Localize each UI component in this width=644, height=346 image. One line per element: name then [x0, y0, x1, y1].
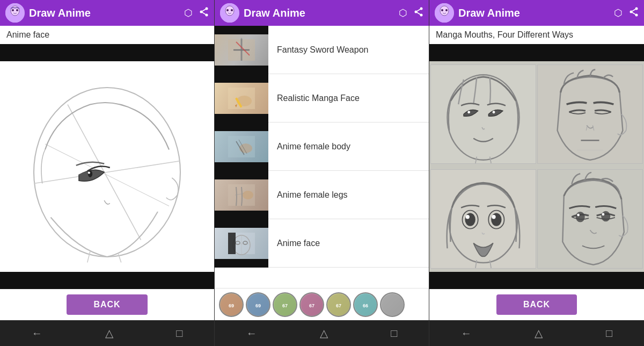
avatar-3 [435, 3, 454, 23]
avatar-1 [5, 3, 25, 23]
list-thumb-3 [215, 122, 268, 171]
circle-item-1[interactable]: 69 [219, 292, 244, 317]
list-item-label-2: Realistic Manga Face [268, 93, 368, 103]
nav-back-1[interactable]: ← [32, 327, 42, 340]
circle-item-4[interactable]: 67 [299, 292, 324, 317]
list-content-2: Fantasy Sword Weapon Realist [215, 26, 429, 288]
nav-recents-2[interactable]: □ [391, 327, 397, 340]
svg-point-86 [491, 213, 502, 226]
panel-2: Draw Anime ⬡ [215, 0, 429, 346]
panel-3: Draw Anime ⬡ Manga Mouths, Four Differen… [429, 0, 644, 346]
top-bar-2: Draw Anime ⬡ [215, 0, 429, 26]
avatar-img-2 [220, 3, 239, 23]
bottom-nav-2: ← △ □ [215, 320, 429, 346]
avatar-img-1 [5, 3, 25, 23]
panel1-main: Anime face [0, 26, 214, 320]
bottom-nav-1: ← △ □ [0, 320, 214, 346]
nav-home-2[interactable]: △ [320, 327, 328, 340]
svg-point-41 [243, 191, 253, 199]
svg-point-65 [441, 9, 443, 11]
svg-line-8 [201, 9, 207, 12]
back-button-3[interactable]: BACK [496, 294, 577, 315]
svg-rect-48 [228, 233, 236, 254]
svg-line-75 [475, 157, 477, 163]
svg-line-76 [490, 157, 491, 163]
panel-1: Draw Anime ⬡ Anime face [0, 0, 215, 346]
list-item-5[interactable]: Anime face [215, 219, 429, 268]
back-btn-container-3: BACK [429, 289, 644, 320]
bottom-nav-3: ← △ □ [429, 320, 644, 346]
svg-text:67: 67 [309, 303, 314, 308]
top-bar-title-1: Draw Anime [29, 7, 184, 19]
top-bar-3: Draw Anime ⬡ [429, 0, 644, 26]
share-icon-2[interactable] [414, 7, 423, 19]
list-item-3[interactable]: Anime female body [215, 122, 429, 171]
nav-home-1[interactable]: △ [105, 327, 113, 340]
svg-line-9 [201, 12, 207, 15]
nav-home-3[interactable]: △ [535, 327, 543, 340]
svg-point-93 [602, 213, 604, 216]
share-icon-3[interactable] [629, 7, 639, 19]
nav-back-3[interactable]: ← [461, 327, 472, 340]
circle-item-6[interactable]: 66 [353, 292, 378, 317]
top-bar-icons-1: ⬡ [184, 7, 209, 19]
panel3-main: Manga Mouths, Four Different Ways [429, 26, 644, 320]
avatar-img-3 [435, 3, 454, 23]
list-item-2[interactable]: Realistic Manga Face [215, 74, 429, 122]
nav-back-2[interactable]: ← [246, 327, 257, 340]
nav-recents-1[interactable]: □ [176, 327, 182, 340]
svg-point-61 [382, 294, 403, 315]
circles-row: 69 69 67 67 67 66 [215, 288, 429, 320]
svg-point-87 [492, 215, 495, 219]
svg-point-3 [12, 9, 14, 11]
list-item-label-4: Anime female legs [268, 190, 356, 200]
circle-item-7[interactable] [380, 292, 405, 317]
ad-bar-bottom-1 [0, 272, 214, 289]
top-bar-icons-2: ⬡ [399, 7, 423, 19]
expand-icon-3[interactable]: ⬡ [614, 7, 623, 19]
list-item-4[interactable]: Anime female legs [215, 171, 429, 219]
circle-item-3[interactable]: 67 [273, 292, 297, 317]
svg-marker-29 [240, 38, 243, 39]
expand-icon-1[interactable]: ⬡ [184, 7, 193, 19]
svg-point-83 [465, 213, 475, 226]
list-item-label-5: Anime face [268, 239, 328, 248]
ad-bar-top-1 [0, 44, 214, 61]
svg-text:69: 69 [229, 303, 234, 308]
manga-cell-4 [537, 169, 643, 269]
top-bar-title-2: Draw Anime [244, 7, 399, 19]
svg-point-74 [493, 111, 495, 113]
svg-text:67: 67 [336, 303, 341, 308]
svg-line-78 [592, 125, 594, 131]
svg-text:67: 67 [282, 303, 288, 308]
svg-line-25 [416, 12, 421, 15]
svg-text:66: 66 [363, 303, 368, 308]
svg-point-19 [226, 9, 229, 11]
back-button-1[interactable]: BACK [67, 294, 147, 315]
expand-icon-2[interactable]: ⬡ [399, 7, 407, 19]
back-btn-container-1: BACK [0, 289, 214, 320]
svg-point-73 [467, 111, 470, 113]
list-item-1[interactable]: Fantasy Sword Weapon [215, 26, 429, 74]
panel1-title: Anime face [0, 26, 214, 44]
ad-bar-top-3 [429, 44, 644, 61]
list-thumb-4 [215, 171, 268, 219]
manga-cell-2 [537, 64, 643, 164]
nav-recents-3[interactable]: □ [606, 327, 612, 340]
svg-point-4 [16, 9, 18, 11]
svg-line-11 [34, 161, 180, 184]
share-icon-1[interactable] [199, 7, 209, 19]
ad-bar-bottom-3 [429, 272, 644, 289]
drawing-area-1 [0, 61, 214, 272]
top-bar-icons-3: ⬡ [614, 7, 639, 19]
circle-item-2[interactable]: 69 [246, 292, 270, 317]
svg-point-20 [231, 9, 233, 11]
circle-item-5[interactable]: 67 [326, 292, 351, 317]
avatar-2 [220, 3, 239, 23]
svg-point-90 [576, 212, 585, 222]
manga-cell-1 [430, 64, 536, 164]
svg-point-66 [445, 9, 448, 11]
top-bar-title-3: Draw Anime [458, 7, 614, 19]
list-item-label-3: Anime female body [268, 142, 359, 152]
panel3-title: Manga Mouths, Four Different Ways [429, 26, 644, 44]
